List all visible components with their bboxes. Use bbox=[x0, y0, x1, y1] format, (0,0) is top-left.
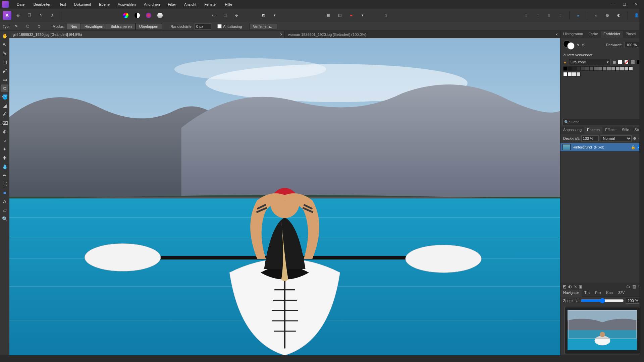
marquee-tool-icon[interactable]: ▭ bbox=[1, 76, 8, 83]
swatch[interactable] bbox=[563, 66, 568, 71]
menu-anordnen[interactable]: Anordnen bbox=[140, 1, 164, 8]
mesh-tool-icon[interactable]: ⛶ bbox=[1, 180, 8, 188]
swatch[interactable] bbox=[576, 66, 581, 71]
persona-export-icon[interactable]: ⤴ bbox=[48, 11, 57, 20]
swatch[interactable] bbox=[602, 66, 607, 71]
arrange-forward-icon[interactable]: ▯ bbox=[544, 11, 554, 20]
refine-select-icon[interactable]: ⬙ bbox=[232, 11, 241, 20]
tab-anpassung[interactable]: Anpassung bbox=[560, 127, 584, 134]
none-color-icon[interactable]: ⊘ bbox=[582, 43, 585, 47]
window-minimize-icon[interactable]: — bbox=[610, 2, 616, 7]
navigator-preview[interactable] bbox=[565, 307, 640, 354]
swatch[interactable] bbox=[568, 66, 572, 71]
clone-tool-icon[interactable]: ⊕ bbox=[1, 128, 8, 135]
info-icon[interactable]: ℹ bbox=[381, 11, 391, 20]
menu-hilfe[interactable]: Hilfe bbox=[221, 1, 236, 8]
vertical-scrollbar[interactable] bbox=[639, 7, 644, 357]
split-view-icon[interactable]: ◫ bbox=[335, 11, 344, 20]
selection-brush-tool-icon[interactable]: 🖌 bbox=[1, 67, 8, 74]
color-wheel-icon[interactable] bbox=[121, 11, 130, 20]
align-icon[interactable]: ≡ bbox=[574, 11, 583, 20]
deselect-icon[interactable]: ⬚ bbox=[220, 11, 230, 20]
layer-fx-icon[interactable]: fx bbox=[574, 284, 577, 289]
tab-ebenen[interactable]: Ebenen bbox=[584, 127, 602, 134]
paint-brush-tool-icon[interactable]: 🖊 bbox=[1, 111, 8, 118]
perspective-tool-icon[interactable]: ▱ bbox=[1, 206, 8, 214]
pen-tool-icon[interactable]: ✒ bbox=[1, 172, 8, 179]
swatch[interactable] bbox=[607, 66, 611, 71]
mode-subtrahieren[interactable]: Subtrahieren bbox=[107, 23, 136, 30]
tab-histogramm[interactable]: Histogramm bbox=[560, 31, 586, 38]
menu-filter[interactable]: Filter bbox=[164, 1, 180, 8]
swatch[interactable] bbox=[572, 72, 576, 76]
mode-hinzufuegen[interactable]: Hinzufügen bbox=[81, 23, 107, 30]
snap-union-icon[interactable]: ◍ bbox=[603, 11, 612, 20]
tab-protokoll[interactable]: Pro bbox=[592, 290, 603, 297]
menu-datei[interactable]: Datei bbox=[13, 1, 30, 8]
refine-button[interactable]: Verfeinern… bbox=[249, 23, 277, 30]
magnetic-type-icon[interactable]: ⊙ bbox=[35, 22, 44, 31]
shape-tool-icon[interactable]: ■ bbox=[1, 189, 8, 196]
grid-view-icon[interactable]: ▦ bbox=[324, 11, 333, 20]
menu-ebene[interactable]: Ebene bbox=[95, 1, 114, 8]
swatch[interactable] bbox=[581, 66, 585, 71]
preset-gray[interactable] bbox=[631, 60, 635, 64]
tab-effekte[interactable]: Effekte bbox=[602, 127, 619, 134]
layer-lock-icon[interactable]: 🔒 bbox=[631, 145, 636, 149]
layer-adjust-icon[interactable]: ◐ bbox=[568, 284, 572, 289]
quickmask-icon[interactable]: ◩ bbox=[259, 11, 268, 20]
swatch-grid-icon[interactable]: ▦ bbox=[612, 60, 616, 64]
preset-white[interactable] bbox=[618, 60, 622, 64]
marquee-select-icon[interactable]: ▭ bbox=[209, 11, 218, 20]
color-adjust-icon[interactable] bbox=[144, 11, 153, 20]
tab-navigator[interactable]: Navigator bbox=[560, 290, 582, 297]
tab-farbfelder[interactable]: Farbfelder bbox=[601, 31, 623, 38]
swatch[interactable] bbox=[629, 66, 633, 71]
navigator-viewport[interactable] bbox=[568, 311, 637, 339]
healing-tool-icon[interactable]: ✚ bbox=[1, 154, 8, 162]
arrange-front-icon[interactable]: ▯ bbox=[556, 11, 565, 20]
layer-crop-icon[interactable]: ▣ bbox=[579, 284, 582, 289]
tab-kanaele[interactable]: Kan bbox=[603, 290, 615, 297]
flood-fill-tool-icon[interactable]: 🪣 bbox=[1, 93, 8, 101]
menu-auswaehlen[interactable]: Auswählen bbox=[114, 1, 140, 8]
canvas[interactable] bbox=[9, 38, 560, 355]
arrange-backward-icon[interactable]: ▯ bbox=[533, 11, 542, 20]
tab-stile[interactable]: Stile bbox=[619, 127, 632, 134]
inpaint-tool-icon[interactable]: ✦ bbox=[1, 145, 8, 153]
tab-32v[interactable]: 32V bbox=[615, 290, 628, 297]
swatch-search[interactable]: 🔍 bbox=[562, 119, 642, 125]
swatch[interactable] bbox=[594, 66, 598, 71]
preset-none[interactable] bbox=[624, 60, 629, 64]
zoom-tool-icon[interactable]: 🔍 bbox=[1, 215, 8, 223]
bw-adjust-icon[interactable] bbox=[132, 11, 142, 20]
menu-fenster[interactable]: Fenster bbox=[200, 1, 221, 8]
color-picker-tool-icon[interactable]: ✎ bbox=[1, 50, 8, 57]
blur-tool-icon[interactable]: 💧 bbox=[1, 163, 8, 170]
swatch-search-input[interactable] bbox=[569, 120, 640, 124]
gradient-tool-icon[interactable]: ◢ bbox=[1, 102, 8, 109]
arrange-back-icon[interactable]: ▯ bbox=[522, 11, 531, 20]
snap-overlap-icon[interactable]: ◐ bbox=[614, 11, 624, 20]
close-tab-1-icon[interactable]: × bbox=[280, 32, 282, 37]
zoom-out-icon[interactable]: ⊖ bbox=[576, 299, 579, 303]
freehand-select-tool-icon[interactable]: ⊂ bbox=[1, 84, 8, 92]
swatch[interactable] bbox=[624, 66, 629, 71]
fg-bg-colors[interactable] bbox=[563, 40, 575, 50]
swatch[interactable] bbox=[585, 66, 589, 71]
swatch-opacity-input[interactable] bbox=[625, 42, 641, 48]
layer-row-background[interactable]: Hintergrund (Pixel) 🔒 bbox=[560, 143, 644, 151]
layer-add-icon[interactable]: ▧ bbox=[632, 284, 636, 289]
persona-liquify-icon[interactable]: ❐ bbox=[25, 11, 34, 20]
menu-dokument[interactable]: Dokument bbox=[70, 1, 95, 8]
swatch[interactable] bbox=[598, 66, 602, 71]
swatch[interactable] bbox=[620, 66, 624, 71]
menu-bearbeiten[interactable]: Bearbeiten bbox=[30, 1, 55, 8]
tab-transform[interactable]: Tra bbox=[582, 290, 592, 297]
crop-tool-icon[interactable]: ◫ bbox=[1, 58, 8, 66]
layer-settings-icon[interactable]: ⚙ bbox=[633, 136, 636, 141]
document-tab-1[interactable]: girl-1869532_1920.jpg [Geändert] (64,5%)… bbox=[9, 31, 285, 38]
horizontal-scrollbar[interactable] bbox=[0, 357, 639, 362]
swatch[interactable] bbox=[568, 72, 572, 76]
mirror-view-icon[interactable]: ▰ bbox=[346, 11, 356, 20]
